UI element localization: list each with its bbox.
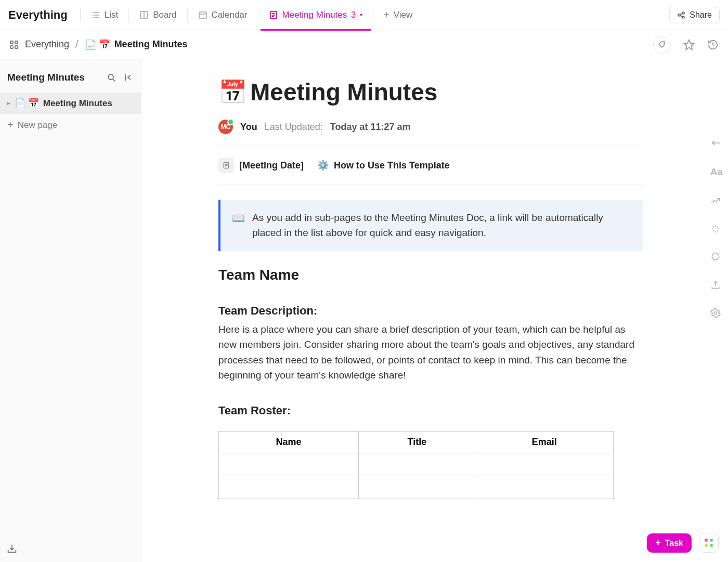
table-row[interactable] <box>219 476 614 499</box>
heading-team-description[interactable]: Team Description: <box>218 304 643 318</box>
svg-point-35 <box>714 312 717 315</box>
svg-point-4 <box>92 15 93 16</box>
svg-point-3 <box>92 12 93 13</box>
tab-add-view[interactable]: + View <box>375 0 421 30</box>
apps-button[interactable] <box>699 533 719 553</box>
book-emoji-icon: 📖 <box>232 210 245 241</box>
roster-table[interactable]: Name Title Email <box>218 431 614 499</box>
svg-marker-24 <box>684 40 694 49</box>
list-icon <box>91 10 100 20</box>
sidebar-item-meeting-minutes[interactable]: ▸ 📄 📅 Meeting Minutes <box>0 93 141 114</box>
doc-meta: MC You Last Updated: Today at 11:27 am <box>218 120 643 134</box>
calendar-emoji-icon: 📅 <box>218 79 247 106</box>
page-emoji-icon: 📄 📅 <box>15 98 39 109</box>
tab-board[interactable]: Board <box>131 0 185 30</box>
heading-team-name[interactable]: Team Name <box>218 267 643 283</box>
export-icon[interactable] <box>710 280 723 290</box>
svg-point-33 <box>712 253 719 260</box>
separator <box>128 8 129 22</box>
calendar-icon <box>198 10 207 20</box>
col-name[interactable]: Name <box>219 431 359 453</box>
caret-right-icon[interactable]: ▸ <box>7 100 10 107</box>
sparkle-icon[interactable] <box>710 224 723 234</box>
sidebar-item-label: Meeting Minutes <box>43 98 112 109</box>
collapse-sidebar-icon[interactable] <box>123 73 133 82</box>
sidebar: Meeting Minutes ▸ 📄 📅 Meeting Minutes + … <box>0 59 141 562</box>
sidebar-new-page[interactable]: + New page <box>0 114 141 136</box>
share-button[interactable]: Share <box>669 7 720 23</box>
separator <box>258 8 258 22</box>
doc-icon <box>269 10 278 20</box>
search-icon[interactable] <box>107 73 116 82</box>
col-title[interactable]: Title <box>359 431 475 453</box>
breadcrumb-current[interactable]: 📄 📅 Meeting Minutes <box>85 39 188 50</box>
info-callout: 📖 As you add in sub-pages to the Meeting… <box>218 200 643 251</box>
back-icon[interactable] <box>710 137 723 149</box>
plus-icon: + <box>655 538 661 548</box>
tab-meeting-minutes[interactable]: Meeting Minutes 3 ▾ <box>261 0 371 30</box>
new-task-label: Task <box>665 539 683 548</box>
breadcrumb-root[interactable]: Everything <box>25 39 69 50</box>
inbox-icon[interactable] <box>6 543 18 555</box>
plus-icon: + <box>384 9 389 20</box>
doc-author: You <box>240 122 257 133</box>
doc-updated-label: Last Updated: <box>265 122 323 133</box>
board-icon <box>139 10 149 20</box>
table-row[interactable] <box>219 453 614 476</box>
subpage-howto-label: How to Use This Template <box>334 160 450 171</box>
document: 📅 Meeting Minutes MC You Last Updated: T… <box>206 59 664 561</box>
tab-calendar[interactable]: Calendar <box>190 0 256 30</box>
tab-active-badge: 3 <box>351 10 356 20</box>
ai-icon[interactable] <box>710 195 723 206</box>
apps-icon <box>705 539 713 547</box>
subpage-howto[interactable]: ⚙️ How to Use This Template <box>317 160 450 171</box>
comment-icon[interactable] <box>710 252 723 262</box>
avatar[interactable]: MC <box>218 120 233 134</box>
separator <box>187 8 188 22</box>
doc-scroll[interactable]: 📅 Meeting Minutes MC You Last Updated: T… <box>141 59 728 562</box>
tab-board-label: Board <box>153 10 176 20</box>
doc-title-row[interactable]: 📅 Meeting Minutes <box>218 78 643 106</box>
breadcrumb-root-label: Everything <box>25 39 69 50</box>
chevron-down-icon: ▾ <box>360 12 362 18</box>
table-header-row: Name Title Email <box>219 431 614 453</box>
svg-line-18 <box>680 16 683 17</box>
svg-rect-19 <box>10 41 13 44</box>
svg-rect-21 <box>10 46 13 48</box>
svg-point-5 <box>92 17 93 18</box>
breadcrumb-separator: / <box>75 38 79 50</box>
subpage-meeting-date[interactable]: [Meeting Date] <box>218 158 304 173</box>
team-description-body[interactable]: Here is a place where you can share a br… <box>218 322 643 383</box>
grid-icon[interactable] <box>9 40 19 49</box>
svg-line-17 <box>680 14 683 15</box>
history-icon[interactable] <box>707 39 719 50</box>
share-icon <box>677 11 685 19</box>
tab-active-label: Meeting Minutes <box>282 10 347 20</box>
svg-point-16 <box>682 16 684 18</box>
svg-point-25 <box>108 74 113 80</box>
svg-rect-8 <box>199 12 206 19</box>
svg-line-26 <box>113 79 115 81</box>
svg-rect-22 <box>15 46 18 48</box>
star-icon[interactable] <box>683 39 695 50</box>
doc-updated-time: Today at 11:27 am <box>330 122 411 133</box>
typography-icon[interactable]: Aa <box>710 166 723 178</box>
col-email[interactable]: Email <box>475 431 614 453</box>
svg-point-15 <box>682 12 684 14</box>
brand-title: Everything <box>8 8 68 22</box>
settings-icon[interactable] <box>710 308 723 318</box>
callout-text: As you add in sub-pages to the Meeting M… <box>252 210 631 241</box>
tab-view-label: View <box>394 10 413 20</box>
heading-team-roster[interactable]: Team Roster: <box>218 404 643 417</box>
tab-calendar-label: Calendar <box>212 10 248 20</box>
divider <box>218 146 643 146</box>
new-task-button[interactable]: + Task <box>647 533 692 553</box>
page-emoji-icon: 📄 📅 <box>85 39 110 50</box>
svg-point-14 <box>678 14 680 16</box>
tab-list[interactable]: List <box>83 0 126 30</box>
tag-icon[interactable] <box>653 36 671 54</box>
subpage-linkbar: [Meeting Date] ⚙️ How to Use This Templa… <box>218 158 643 173</box>
share-label: Share <box>690 10 712 20</box>
sidebar-title: Meeting Minutes <box>7 72 107 83</box>
doc-title: Meeting Minutes <box>250 78 437 106</box>
